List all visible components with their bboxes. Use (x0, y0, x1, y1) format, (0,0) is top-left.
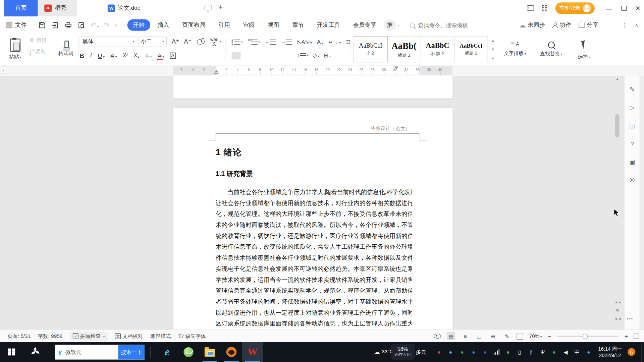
horizontal-ruler[interactable]: 642246810121416182022242628303234363840 (173, 66, 453, 75)
notification-badge[interactable]: 6 (628, 348, 635, 356)
tray-icon-mouse[interactable]: ▯ (517, 349, 523, 355)
shading-icon[interactable]: ◇▾ (313, 52, 320, 59)
style-item-2[interactable]: AaBb(标题 1 (387, 36, 421, 62)
pinyin-guide-icon[interactable]: wén文▾ (209, 37, 223, 46)
redo-icon[interactable]: ↷ (104, 21, 109, 29)
ribbon-overflow-chevron[interactable]: › (397, 22, 399, 28)
paste-button[interactable]: 粘贴▾ (6, 36, 24, 63)
spell-check-button[interactable]: ✓ 拼写检查▾ (70, 331, 108, 341)
sort-icon[interactable]: A↓ (317, 39, 324, 45)
line-spacing-icon[interactable]: ↕▾ (298, 53, 309, 58)
font-size-select[interactable]: 小二▾ (138, 37, 167, 46)
file-menu[interactable]: 文件 (6, 21, 26, 29)
read-tool-icon[interactable]: ◫ (628, 121, 637, 130)
cut-button[interactable]: 剪切 (29, 37, 47, 44)
align-left-icon[interactable] (232, 52, 241, 59)
sync-status[interactable]: ☁ 未同步 (519, 21, 545, 29)
annotate-pen-icon[interactable]: ✎ (628, 85, 637, 94)
page-view-icon[interactable]: ▤ (447, 332, 455, 340)
taskbar-app-cat[interactable] (221, 342, 242, 362)
command-search[interactable] (410, 21, 481, 28)
tray-icon-blue-app[interactable]: ● (482, 349, 488, 355)
style-item-1[interactable]: AaBbCcI正文 (354, 36, 387, 62)
increase-font-icon[interactable]: A⁺ (170, 37, 181, 46)
share-button[interactable]: 分享 (579, 21, 598, 29)
export-icon[interactable] (51, 21, 60, 28)
taskbar-search-box[interactable]: e 搜索一下 (55, 345, 145, 359)
style-scroll-up-icon[interactable]: ▲ (491, 39, 495, 43)
ribbon-tab-10[interactable]: 推 (383, 19, 396, 31)
tray-icon-tim[interactable]: ● (447, 349, 453, 355)
text-layout-tool[interactable]: 文字排版▾ (502, 36, 528, 63)
ribbon-tab-4[interactable]: 引用 (213, 19, 236, 31)
previous-page-icon[interactable]: ▲▲ (614, 300, 620, 304)
select-tool-icon[interactable]: ▷ (628, 103, 637, 112)
border-icon[interactable]: ⊞▾ (324, 52, 331, 59)
taskbar-search-button[interactable]: 搜索一下 (118, 345, 145, 359)
tray-icon-green-app[interactable]: ● (459, 349, 465, 355)
screenshot-icon[interactable]: ▣ (628, 157, 637, 166)
tray-icon-network[interactable] (493, 349, 499, 355)
tab-stop-icon[interactable]: ⌶⌶ (346, 39, 350, 45)
tray-icon-360-shield[interactable]: ● (471, 349, 477, 355)
clear-format-icon[interactable] (196, 37, 206, 46)
increase-indent-icon[interactable]: → (281, 39, 292, 45)
zoom-in-icon[interactable]: + (625, 333, 628, 340)
tray-icon-ime-chinese[interactable]: 中 (574, 349, 580, 355)
wrap-mark-icon[interactable]: ↵→▾ (328, 39, 341, 45)
login-button[interactable]: 立即登录 (555, 2, 595, 14)
ribbon-tab-9[interactable]: 会员专享 (347, 19, 382, 31)
app-grid-icon[interactable] (542, 5, 547, 11)
minimize-button[interactable]: — (602, 0, 616, 16)
tab-docer[interactable]: ❧ 稻壳 (38, 0, 77, 16)
subscript-button[interactable]: X₂ (134, 52, 140, 58)
select-tool[interactable]: 选择▾ (571, 36, 597, 63)
page-indicator[interactable]: 页面: 5/31 (7, 333, 31, 340)
char-scale-icon[interactable]: ⇱A⇲▾ (297, 38, 312, 46)
taskbar-search-input[interactable] (64, 349, 105, 356)
proofread-button[interactable]: 文 文档校对 (115, 333, 143, 340)
tray-icon-green-leaf[interactable]: ● (505, 349, 511, 355)
taskbar-app-file-explorer[interactable] (199, 342, 221, 362)
ribbon-tab-7[interactable]: 章节 (287, 19, 310, 31)
new-tab-button[interactable]: + (218, 3, 223, 12)
bullet-list-icon[interactable]: ▾ (232, 39, 243, 45)
zoom-knob[interactable] (583, 334, 588, 339)
format-painter-button[interactable]: 格式刷 (56, 36, 76, 63)
tray-icon-usb[interactable]: Ψ (540, 349, 546, 355)
bold-button[interactable]: B (80, 52, 84, 59)
tray-icon-bluetooth[interactable]: ᛒ (528, 349, 534, 355)
distribute-icon[interactable] (284, 52, 293, 59)
panel-more-icon[interactable]: ••• (627, 316, 633, 322)
taskbar-clock[interactable]: 16:14 周一 2022/9/12 (598, 345, 622, 358)
style-more-icon[interactable]: ≡ (492, 56, 494, 60)
memory-float-ball[interactable]: 58% 内存占用 (391, 344, 415, 360)
show-desktop-button[interactable] (641, 342, 644, 362)
more-menu-icon[interactable]: ⋮ (622, 22, 628, 28)
start-button[interactable] (8, 349, 15, 356)
hanging-indent-marker[interactable] (214, 70, 218, 72)
style-scroll-down-icon[interactable]: ▼ (491, 47, 495, 51)
restore-button[interactable] (617, 0, 631, 16)
tab-document[interactable]: W 论文.doc (101, 0, 183, 16)
character-border-button[interactable]: A (170, 52, 175, 58)
tray-icon-red-app[interactable]: ● (436, 349, 442, 355)
taskbar-app-ie[interactable]: e (157, 342, 178, 362)
number-list-icon[interactable]: ▾ (248, 39, 260, 45)
layout-switch-icon[interactable]: 1 (527, 5, 534, 11)
collapse-ribbon-icon[interactable]: ∧ (635, 22, 638, 28)
fullscreen-icon[interactable] (634, 334, 639, 339)
style-item-4[interactable]: AaBbCc]标题 3 (454, 36, 488, 62)
font-name-select[interactable]: 黑体▾ (80, 37, 137, 46)
justify-icon[interactable] (271, 52, 280, 59)
tab-home[interactable]: 首页 (4, 0, 38, 16)
font-color-button[interactable]: A▾ (158, 52, 164, 59)
ribbon-tab-1[interactable]: 开始 (127, 19, 150, 31)
tray-icon-quark[interactable]: ● (586, 349, 592, 355)
ribbon-tab-2[interactable]: 插入 (152, 19, 175, 31)
fit-page-icon[interactable] (517, 333, 524, 340)
zoom-level[interactable]: 70%▾ (529, 333, 542, 339)
eye-protect-icon[interactable] (434, 334, 441, 339)
copy-button[interactable]: 复制 (29, 48, 47, 55)
undo-icon[interactable]: ↶▾ (90, 21, 99, 29)
